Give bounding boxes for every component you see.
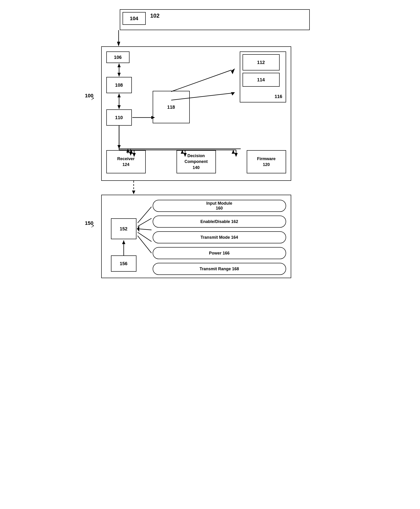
firmware-label-2: 120 xyxy=(263,162,270,167)
svg-line-42 xyxy=(138,236,151,253)
svg-marker-37 xyxy=(132,190,135,194)
svg-marker-11 xyxy=(117,145,121,149)
box-152: 152 xyxy=(111,218,136,239)
pill-input-module-160: Input Module160 xyxy=(153,200,286,212)
svg-line-38 xyxy=(138,207,151,223)
label-108: 108 xyxy=(115,83,123,88)
svg-marker-7 xyxy=(117,105,121,109)
svg-marker-1 xyxy=(117,42,120,46)
pill-label-164: Transmit Mode 164 xyxy=(200,235,238,240)
firmware-label-1: Firmware xyxy=(257,156,276,162)
label-110: 110 xyxy=(115,115,123,120)
svg-marker-45 xyxy=(122,240,125,244)
label-118: 118 xyxy=(167,105,175,110)
label-112: 112 xyxy=(257,60,265,65)
receiver-label-2: 124 xyxy=(122,162,129,167)
receiver-label-1: Receiver xyxy=(117,156,135,162)
label-104: 104 xyxy=(130,15,138,22)
svg-marker-6 xyxy=(117,94,121,97)
pill-power-166: Power 166 xyxy=(153,247,286,259)
label-102: 102 xyxy=(150,13,160,19)
svg-marker-33 xyxy=(231,68,235,74)
svg-marker-4 xyxy=(117,73,121,76)
decision-label-3: 140 xyxy=(193,165,199,171)
pill-enable-disable-162: Enable/Disable 162 xyxy=(153,216,286,228)
label-114: 114 xyxy=(257,77,265,83)
label-100-arrow: ↗ xyxy=(91,96,94,101)
bottom-row: Receiver 124 Decision Component 140 Firm… xyxy=(106,150,286,173)
box-firmware-120: Firmware 120 xyxy=(247,150,286,173)
pill-label-166: Power 166 xyxy=(209,251,230,256)
pill-container: Input Module160 Enable/Disable 162 Trans… xyxy=(153,200,286,275)
label-156: 156 xyxy=(120,261,128,266)
pill-transmit-mode-164: Transmit Mode 164 xyxy=(153,231,286,243)
svg-line-40 xyxy=(138,229,151,230)
pill-transmit-range-168: Transmit Range 168 xyxy=(153,263,286,275)
decision-label-2: Component xyxy=(185,159,208,165)
label-116: 116 xyxy=(275,94,282,99)
box-112: 112 xyxy=(243,54,280,70)
box-decision-140: Decision Component 140 xyxy=(177,150,216,173)
svg-marker-3 xyxy=(117,63,121,67)
pill-label-168: Transmit Range 168 xyxy=(199,266,239,271)
box-108: 108 xyxy=(106,77,132,93)
pill-label-160: Input Module160 xyxy=(206,201,232,211)
svg-line-39 xyxy=(138,218,151,227)
decision-label-1: Decision xyxy=(188,153,205,159)
box-116: 112 114 116 xyxy=(240,52,286,102)
pill-label-162: Enable/Disable 162 xyxy=(200,219,238,224)
label-150-arrow: ↗ xyxy=(91,224,94,229)
label-106: 106 xyxy=(114,55,122,60)
box-104: 104 xyxy=(123,12,146,25)
svg-marker-43 xyxy=(137,226,139,232)
box-110: 110 xyxy=(106,109,132,126)
box-156: 156 xyxy=(111,255,136,272)
box-106: 106 xyxy=(106,52,129,63)
box-114: 114 xyxy=(243,73,280,87)
box-102: 104 102 xyxy=(120,9,310,30)
svg-line-32 xyxy=(171,70,232,91)
svg-marker-35 xyxy=(231,92,235,96)
svg-line-41 xyxy=(138,232,151,242)
box-receiver-124: Receiver 124 xyxy=(106,150,146,173)
box-118: 118 xyxy=(153,91,190,123)
label-152: 152 xyxy=(120,226,128,232)
